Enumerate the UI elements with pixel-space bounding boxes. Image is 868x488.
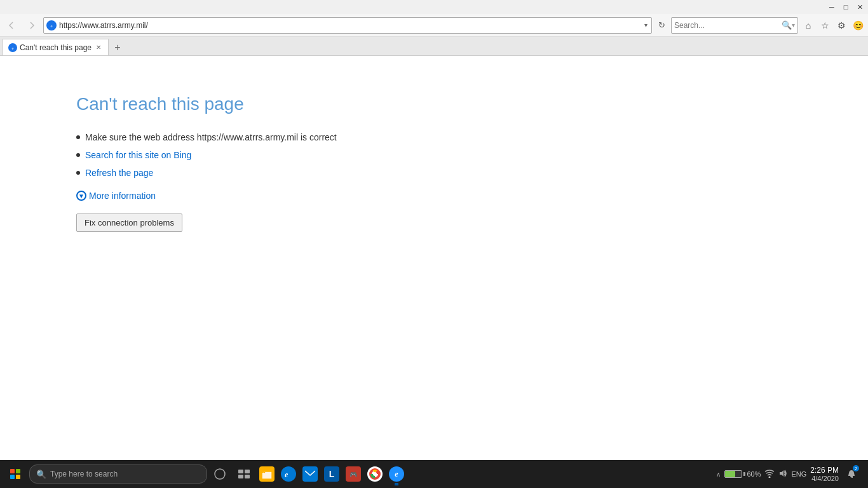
search-dropdown-icon[interactable]: ▾ xyxy=(792,22,795,29)
chrome-icon xyxy=(367,466,383,482)
clock-date: 4/4/2020 xyxy=(810,475,839,482)
battery-bar xyxy=(724,470,742,478)
svg-rect-8 xyxy=(245,475,250,478)
taskbar-app-l[interactable]: L xyxy=(322,463,342,485)
mail-icon xyxy=(302,466,318,482)
svg-text:e: e xyxy=(50,24,52,29)
bullet-icon-2 xyxy=(76,153,80,157)
bullet-text: Make sure the web address https://www.at… xyxy=(85,132,337,142)
taskbar-search-bar[interactable]: 🔍 xyxy=(29,464,207,484)
taskbar-app-mail[interactable] xyxy=(300,463,320,485)
address-favicon: e xyxy=(46,20,57,30)
toolbar-icons: ⌂ ☆ ⚙ 😊 xyxy=(801,18,865,33)
system-clock[interactable]: 2:26 PM 4/4/2020 xyxy=(810,466,839,482)
windows-logo-icon xyxy=(10,469,20,479)
svg-rect-7 xyxy=(238,475,243,478)
page-content: Can't reach this page Make sure the web … xyxy=(0,56,868,437)
new-tab-button[interactable]: + xyxy=(110,40,125,55)
svg-rect-5 xyxy=(238,470,243,473)
ie-active-indicator xyxy=(395,483,398,485)
svg-point-18 xyxy=(373,472,377,476)
task-view-button[interactable] xyxy=(233,463,255,485)
search-button[interactable]: 🔍 xyxy=(782,20,792,30)
svg-text:e: e xyxy=(285,470,288,479)
refresh-link[interactable]: Refresh the page xyxy=(85,168,153,178)
file-explorer-icon xyxy=(259,466,275,482)
bullet-icon-3 xyxy=(76,171,80,175)
home-button[interactable]: ⌂ xyxy=(801,18,816,33)
svg-point-4 xyxy=(215,469,225,479)
cortana-button[interactable] xyxy=(208,463,231,485)
battery-indicator: 60% xyxy=(724,470,761,478)
battery-fill xyxy=(725,471,735,477)
tray-expand-icon[interactable]: ∧ xyxy=(716,471,721,478)
taskbar-app-chrome[interactable] xyxy=(365,463,385,485)
clock-time: 2:26 PM xyxy=(810,466,839,475)
more-info-label: More information xyxy=(89,191,156,201)
svg-rect-6 xyxy=(245,470,250,473)
nav-bar: e ▾ ↻ 🔍 ▾ ⌂ ☆ ⚙ 😊 xyxy=(0,14,868,37)
tab-favicon: e xyxy=(8,43,17,52)
taskbar-search-icon: 🔍 xyxy=(36,470,46,479)
start-button[interactable] xyxy=(3,460,28,488)
browser-tab[interactable]: e Can't reach this page ✕ xyxy=(3,39,109,55)
favorites-button[interactable]: ☆ xyxy=(817,18,832,33)
forward-button[interactable] xyxy=(23,17,41,34)
taskbar-search-input[interactable] xyxy=(50,470,190,478)
taskbar-app-ie[interactable]: e xyxy=(386,463,407,485)
fix-connection-button[interactable]: Fix connection problems xyxy=(76,214,182,232)
bullet-item-refresh: Refresh the page xyxy=(76,168,792,178)
network-icon[interactable] xyxy=(764,469,775,480)
taskbar-app-file-explorer[interactable] xyxy=(257,463,277,485)
bing-search-link[interactable]: Search for this site on Bing xyxy=(85,150,191,160)
bullet-icon xyxy=(76,135,80,139)
error-title: Can't reach this page xyxy=(76,94,792,114)
svg-text:e: e xyxy=(395,470,398,478)
language-indicator[interactable]: ENG xyxy=(791,470,806,478)
address-bar[interactable]: e ▾ xyxy=(43,17,652,34)
more-info-icon: ▼ xyxy=(76,191,86,201)
bullet-item-bing: Search for this site on Bing xyxy=(76,150,792,160)
search-bar[interactable]: 🔍 ▾ xyxy=(671,17,798,34)
system-tray: ∧ 60% ENG 2:26 PM 4/4/2020 2 xyxy=(711,463,865,485)
maximize-button[interactable]: □ xyxy=(840,1,851,13)
svg-marker-22 xyxy=(780,470,783,477)
title-bar: ─ □ ✕ xyxy=(0,0,868,14)
emoji-button[interactable]: 😊 xyxy=(850,18,865,33)
address-dropdown-icon[interactable]: ▾ xyxy=(643,22,649,29)
taskbar-app-5[interactable]: 🎮 xyxy=(343,463,363,485)
svg-point-21 xyxy=(769,476,771,478)
minimize-button[interactable]: ─ xyxy=(826,1,837,13)
taskbar: 🔍 e L 🎮 xyxy=(0,460,868,488)
taskbar-app-edge[interactable]: e xyxy=(278,463,299,485)
edge-icon: e xyxy=(281,466,296,482)
svg-rect-11 xyxy=(262,470,267,471)
svg-text:🎮: 🎮 xyxy=(349,470,358,478)
sound-icon[interactable] xyxy=(778,469,787,480)
svg-text:e: e xyxy=(11,46,13,51)
refresh-button[interactable]: ↻ xyxy=(654,18,668,32)
more-info-link[interactable]: ▼ More information xyxy=(76,191,792,201)
search-input[interactable] xyxy=(674,21,782,30)
svg-rect-9 xyxy=(262,471,272,479)
close-button[interactable]: ✕ xyxy=(854,1,865,13)
error-list: Make sure the web address https://www.at… xyxy=(76,132,792,178)
bullet-item-address: Make sure the web address https://www.at… xyxy=(76,132,792,142)
tab-label: Can't reach this page xyxy=(20,43,92,52)
tab-close-button[interactable]: ✕ xyxy=(94,43,103,52)
app5-icon: 🎮 xyxy=(346,466,361,482)
svg-rect-13 xyxy=(305,470,315,478)
back-button[interactable] xyxy=(3,17,20,34)
battery-percentage: 60% xyxy=(747,470,761,478)
notification-button[interactable]: 2 xyxy=(843,463,860,485)
battery-tip xyxy=(743,472,745,476)
notification-badge: 2 xyxy=(853,465,859,471)
ie-icon: e xyxy=(389,466,404,482)
l-app-icon: L xyxy=(324,466,339,482)
address-input[interactable] xyxy=(59,21,643,30)
settings-button[interactable]: ⚙ xyxy=(834,18,849,33)
tab-bar: e Can't reach this page ✕ + xyxy=(0,37,868,56)
